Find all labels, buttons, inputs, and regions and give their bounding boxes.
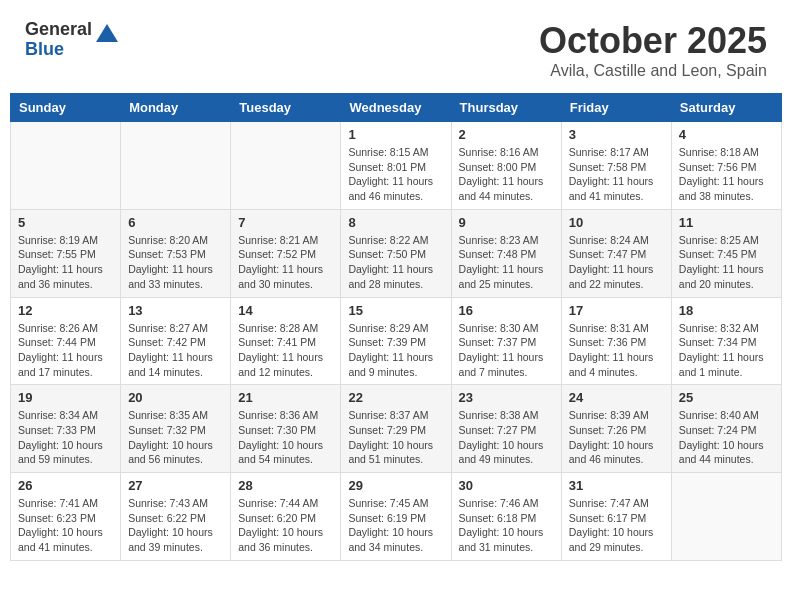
calendar-cell: 30Sunrise: 7:46 AMSunset: 6:18 PMDayligh…: [451, 473, 561, 561]
calendar-cell: 25Sunrise: 8:40 AMSunset: 7:24 PMDayligh…: [671, 385, 781, 473]
day-number: 10: [569, 215, 664, 230]
calendar-cell: 10Sunrise: 8:24 AMSunset: 7:47 PMDayligh…: [561, 209, 671, 297]
calendar-week-row: 1Sunrise: 8:15 AMSunset: 8:01 PMDaylight…: [11, 122, 782, 210]
day-number: 6: [128, 215, 223, 230]
weekday-header-thursday: Thursday: [451, 94, 561, 122]
calendar-cell: [121, 122, 231, 210]
calendar-cell: 28Sunrise: 7:44 AMSunset: 6:20 PMDayligh…: [231, 473, 341, 561]
day-number: 27: [128, 478, 223, 493]
day-number: 3: [569, 127, 664, 142]
day-number: 14: [238, 303, 333, 318]
calendar-cell: 8Sunrise: 8:22 AMSunset: 7:50 PMDaylight…: [341, 209, 451, 297]
day-number: 25: [679, 390, 774, 405]
logo-icon: [96, 22, 118, 44]
day-number: 30: [459, 478, 554, 493]
title-month: October 2025: [539, 20, 767, 62]
day-number: 17: [569, 303, 664, 318]
weekday-header-saturday: Saturday: [671, 94, 781, 122]
calendar-cell: 26Sunrise: 7:41 AMSunset: 6:23 PMDayligh…: [11, 473, 121, 561]
day-number: 24: [569, 390, 664, 405]
calendar-cell: 3Sunrise: 8:17 AMSunset: 7:58 PMDaylight…: [561, 122, 671, 210]
day-info: Sunrise: 7:43 AMSunset: 6:22 PMDaylight:…: [128, 496, 223, 555]
day-info: Sunrise: 7:46 AMSunset: 6:18 PMDaylight:…: [459, 496, 554, 555]
logo-blue-text: Blue: [25, 40, 92, 60]
calendar-cell: 21Sunrise: 8:36 AMSunset: 7:30 PMDayligh…: [231, 385, 341, 473]
weekday-header-tuesday: Tuesday: [231, 94, 341, 122]
day-info: Sunrise: 8:30 AMSunset: 7:37 PMDaylight:…: [459, 321, 554, 380]
calendar-cell: 12Sunrise: 8:26 AMSunset: 7:44 PMDayligh…: [11, 297, 121, 385]
day-number: 20: [128, 390, 223, 405]
day-number: 18: [679, 303, 774, 318]
calendar-cell: 19Sunrise: 8:34 AMSunset: 7:33 PMDayligh…: [11, 385, 121, 473]
calendar-cell: 14Sunrise: 8:28 AMSunset: 7:41 PMDayligh…: [231, 297, 341, 385]
title-block: October 2025 Avila, Castille and Leon, S…: [539, 20, 767, 80]
day-info: Sunrise: 8:31 AMSunset: 7:36 PMDaylight:…: [569, 321, 664, 380]
day-number: 7: [238, 215, 333, 230]
day-info: Sunrise: 8:26 AMSunset: 7:44 PMDaylight:…: [18, 321, 113, 380]
calendar-cell: 5Sunrise: 8:19 AMSunset: 7:55 PMDaylight…: [11, 209, 121, 297]
calendar-cell: 24Sunrise: 8:39 AMSunset: 7:26 PMDayligh…: [561, 385, 671, 473]
day-info: Sunrise: 8:40 AMSunset: 7:24 PMDaylight:…: [679, 408, 774, 467]
day-number: 22: [348, 390, 443, 405]
day-info: Sunrise: 8:19 AMSunset: 7:55 PMDaylight:…: [18, 233, 113, 292]
calendar-cell: 17Sunrise: 8:31 AMSunset: 7:36 PMDayligh…: [561, 297, 671, 385]
calendar-cell: 23Sunrise: 8:38 AMSunset: 7:27 PMDayligh…: [451, 385, 561, 473]
day-info: Sunrise: 8:27 AMSunset: 7:42 PMDaylight:…: [128, 321, 223, 380]
day-info: Sunrise: 8:34 AMSunset: 7:33 PMDaylight:…: [18, 408, 113, 467]
calendar-cell: 7Sunrise: 8:21 AMSunset: 7:52 PMDaylight…: [231, 209, 341, 297]
day-info: Sunrise: 8:39 AMSunset: 7:26 PMDaylight:…: [569, 408, 664, 467]
day-info: Sunrise: 8:17 AMSunset: 7:58 PMDaylight:…: [569, 145, 664, 204]
day-info: Sunrise: 8:22 AMSunset: 7:50 PMDaylight:…: [348, 233, 443, 292]
day-info: Sunrise: 8:32 AMSunset: 7:34 PMDaylight:…: [679, 321, 774, 380]
calendar-cell: [231, 122, 341, 210]
weekday-header-sunday: Sunday: [11, 94, 121, 122]
weekday-header-wednesday: Wednesday: [341, 94, 451, 122]
calendar-cell: 29Sunrise: 7:45 AMSunset: 6:19 PMDayligh…: [341, 473, 451, 561]
day-number: 4: [679, 127, 774, 142]
day-number: 16: [459, 303, 554, 318]
day-number: 28: [238, 478, 333, 493]
calendar-week-row: 19Sunrise: 8:34 AMSunset: 7:33 PMDayligh…: [11, 385, 782, 473]
calendar-cell: 11Sunrise: 8:25 AMSunset: 7:45 PMDayligh…: [671, 209, 781, 297]
day-info: Sunrise: 8:20 AMSunset: 7:53 PMDaylight:…: [128, 233, 223, 292]
title-location: Avila, Castille and Leon, Spain: [539, 62, 767, 80]
day-number: 5: [18, 215, 113, 230]
day-info: Sunrise: 8:23 AMSunset: 7:48 PMDaylight:…: [459, 233, 554, 292]
day-number: 2: [459, 127, 554, 142]
day-info: Sunrise: 8:24 AMSunset: 7:47 PMDaylight:…: [569, 233, 664, 292]
calendar-cell: 2Sunrise: 8:16 AMSunset: 8:00 PMDaylight…: [451, 122, 561, 210]
weekday-header-row: SundayMondayTuesdayWednesdayThursdayFrid…: [11, 94, 782, 122]
logo-general-text: General: [25, 20, 92, 40]
day-info: Sunrise: 8:36 AMSunset: 7:30 PMDaylight:…: [238, 408, 333, 467]
calendar-cell: 6Sunrise: 8:20 AMSunset: 7:53 PMDaylight…: [121, 209, 231, 297]
day-info: Sunrise: 8:16 AMSunset: 8:00 PMDaylight:…: [459, 145, 554, 204]
calendar-cell: [11, 122, 121, 210]
day-info: Sunrise: 7:44 AMSunset: 6:20 PMDaylight:…: [238, 496, 333, 555]
svg-marker-0: [96, 24, 118, 42]
day-info: Sunrise: 7:47 AMSunset: 6:17 PMDaylight:…: [569, 496, 664, 555]
day-number: 12: [18, 303, 113, 318]
day-number: 19: [18, 390, 113, 405]
day-number: 15: [348, 303, 443, 318]
calendar-cell: 22Sunrise: 8:37 AMSunset: 7:29 PMDayligh…: [341, 385, 451, 473]
weekday-header-monday: Monday: [121, 94, 231, 122]
day-info: Sunrise: 8:21 AMSunset: 7:52 PMDaylight:…: [238, 233, 333, 292]
day-info: Sunrise: 8:25 AMSunset: 7:45 PMDaylight:…: [679, 233, 774, 292]
day-info: Sunrise: 8:37 AMSunset: 7:29 PMDaylight:…: [348, 408, 443, 467]
logo: General Blue: [25, 20, 118, 60]
day-info: Sunrise: 8:35 AMSunset: 7:32 PMDaylight:…: [128, 408, 223, 467]
calendar-cell: 15Sunrise: 8:29 AMSunset: 7:39 PMDayligh…: [341, 297, 451, 385]
calendar-week-row: 12Sunrise: 8:26 AMSunset: 7:44 PMDayligh…: [11, 297, 782, 385]
day-number: 9: [459, 215, 554, 230]
calendar-cell: 18Sunrise: 8:32 AMSunset: 7:34 PMDayligh…: [671, 297, 781, 385]
weekday-header-friday: Friday: [561, 94, 671, 122]
day-info: Sunrise: 8:18 AMSunset: 7:56 PMDaylight:…: [679, 145, 774, 204]
calendar-cell: 27Sunrise: 7:43 AMSunset: 6:22 PMDayligh…: [121, 473, 231, 561]
calendar-cell: 1Sunrise: 8:15 AMSunset: 8:01 PMDaylight…: [341, 122, 451, 210]
calendar-cell: 31Sunrise: 7:47 AMSunset: 6:17 PMDayligh…: [561, 473, 671, 561]
day-number: 26: [18, 478, 113, 493]
day-number: 8: [348, 215, 443, 230]
day-number: 11: [679, 215, 774, 230]
day-info: Sunrise: 8:38 AMSunset: 7:27 PMDaylight:…: [459, 408, 554, 467]
page-header: General Blue October 2025 Avila, Castill…: [10, 10, 782, 85]
